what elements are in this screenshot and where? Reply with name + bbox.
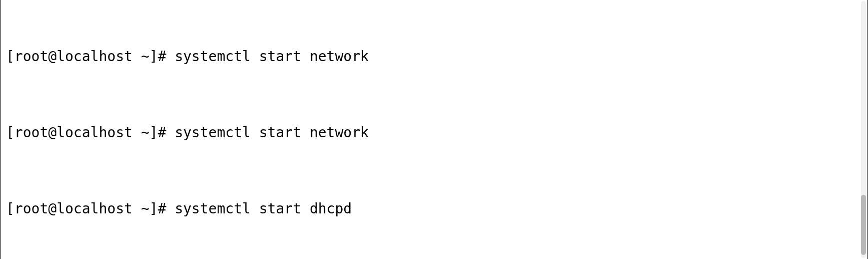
terminal-output[interactable]: [root@localhost ~]# systemctl start netw…: [0, 0, 868, 259]
cmd-line-2: [root@localhost ~]# systemctl start netw…: [6, 123, 863, 142]
prompt: [root@localhost ~]#: [6, 200, 175, 217]
prompt: [root@localhost ~]#: [6, 124, 175, 141]
scrollbar[interactable]: [860, 0, 867, 259]
cmd-line-1: [root@localhost ~]# systemctl start netw…: [6, 47, 863, 66]
cmd-line-3: [root@localhost ~]# systemctl start dhcp…: [6, 199, 863, 218]
scrollbar-thumb[interactable]: [861, 195, 866, 255]
prompt: [root@localhost ~]#: [6, 48, 175, 65]
command-text: systemctl start dhcpd: [175, 200, 352, 217]
command-text: systemctl start network: [175, 48, 369, 65]
command-text: systemctl start network: [175, 124, 369, 141]
